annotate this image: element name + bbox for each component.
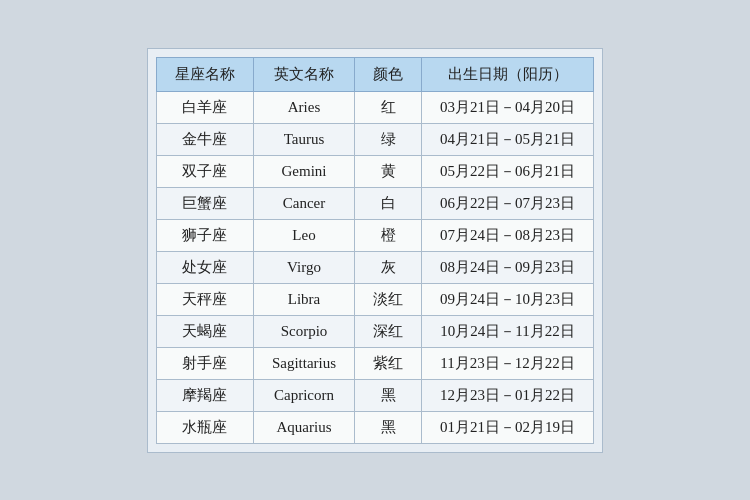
table-cell: Aries xyxy=(253,91,354,123)
table-row: 白羊座Aries红03月21日－04月20日 xyxy=(156,91,593,123)
table-cell: 黑 xyxy=(355,379,422,411)
zodiac-table: 星座名称英文名称颜色出生日期（阳历） 白羊座Aries红03月21日－04月20… xyxy=(156,57,594,444)
table-cell: 水瓶座 xyxy=(156,411,253,443)
table-cell: Sagittarius xyxy=(253,347,354,379)
table-cell: Gemini xyxy=(253,155,354,187)
table-cell: 12月23日－01月22日 xyxy=(422,379,594,411)
table-header-cell: 颜色 xyxy=(355,57,422,91)
table-cell: 白羊座 xyxy=(156,91,253,123)
table-cell: Aquarius xyxy=(253,411,354,443)
table-body: 白羊座Aries红03月21日－04月20日金牛座Taurus绿04月21日－0… xyxy=(156,91,593,443)
table-row: 狮子座Leo橙07月24日－08月23日 xyxy=(156,219,593,251)
table-cell: 天秤座 xyxy=(156,283,253,315)
table-cell: 射手座 xyxy=(156,347,253,379)
table-cell: 07月24日－08月23日 xyxy=(422,219,594,251)
table-row: 天蝎座Scorpio深红10月24日－11月22日 xyxy=(156,315,593,347)
table-row: 巨蟹座Cancer白06月22日－07月23日 xyxy=(156,187,593,219)
table-cell: 狮子座 xyxy=(156,219,253,251)
table-row: 水瓶座Aquarius黑01月21日－02月19日 xyxy=(156,411,593,443)
table-cell: 天蝎座 xyxy=(156,315,253,347)
table-cell: 紫红 xyxy=(355,347,422,379)
table-cell: 08月24日－09月23日 xyxy=(422,251,594,283)
table-cell: 巨蟹座 xyxy=(156,187,253,219)
table-cell: 06月22日－07月23日 xyxy=(422,187,594,219)
table-header-cell: 星座名称 xyxy=(156,57,253,91)
table-cell: 处女座 xyxy=(156,251,253,283)
table-cell: Scorpio xyxy=(253,315,354,347)
table-header-cell: 英文名称 xyxy=(253,57,354,91)
table-cell: 红 xyxy=(355,91,422,123)
table-cell: 深红 xyxy=(355,315,422,347)
table-cell: 11月23日－12月22日 xyxy=(422,347,594,379)
table-header-row: 星座名称英文名称颜色出生日期（阳历） xyxy=(156,57,593,91)
table-cell: Libra xyxy=(253,283,354,315)
table-row: 双子座Gemini黄05月22日－06月21日 xyxy=(156,155,593,187)
table-header-cell: 出生日期（阳历） xyxy=(422,57,594,91)
table-cell: 10月24日－11月22日 xyxy=(422,315,594,347)
table-cell: 黑 xyxy=(355,411,422,443)
table-cell: 03月21日－04月20日 xyxy=(422,91,594,123)
table-cell: 09月24日－10月23日 xyxy=(422,283,594,315)
table-cell: Leo xyxy=(253,219,354,251)
table-cell: 金牛座 xyxy=(156,123,253,155)
table-cell: 双子座 xyxy=(156,155,253,187)
table-cell: 绿 xyxy=(355,123,422,155)
table-cell: Capricorn xyxy=(253,379,354,411)
table-cell: 05月22日－06月21日 xyxy=(422,155,594,187)
table-cell: 橙 xyxy=(355,219,422,251)
table-cell: 白 xyxy=(355,187,422,219)
table-cell: 摩羯座 xyxy=(156,379,253,411)
table-row: 处女座Virgo灰08月24日－09月23日 xyxy=(156,251,593,283)
table-cell: 04月21日－05月21日 xyxy=(422,123,594,155)
table-cell: 淡红 xyxy=(355,283,422,315)
zodiac-table-container: 星座名称英文名称颜色出生日期（阳历） 白羊座Aries红03月21日－04月20… xyxy=(147,48,603,453)
table-cell: Taurus xyxy=(253,123,354,155)
table-cell: Virgo xyxy=(253,251,354,283)
table-cell: 01月21日－02月19日 xyxy=(422,411,594,443)
table-row: 天秤座Libra淡红09月24日－10月23日 xyxy=(156,283,593,315)
table-row: 射手座Sagittarius紫红11月23日－12月22日 xyxy=(156,347,593,379)
table-row: 摩羯座Capricorn黑12月23日－01月22日 xyxy=(156,379,593,411)
table-cell: 灰 xyxy=(355,251,422,283)
table-row: 金牛座Taurus绿04月21日－05月21日 xyxy=(156,123,593,155)
table-cell: 黄 xyxy=(355,155,422,187)
table-cell: Cancer xyxy=(253,187,354,219)
